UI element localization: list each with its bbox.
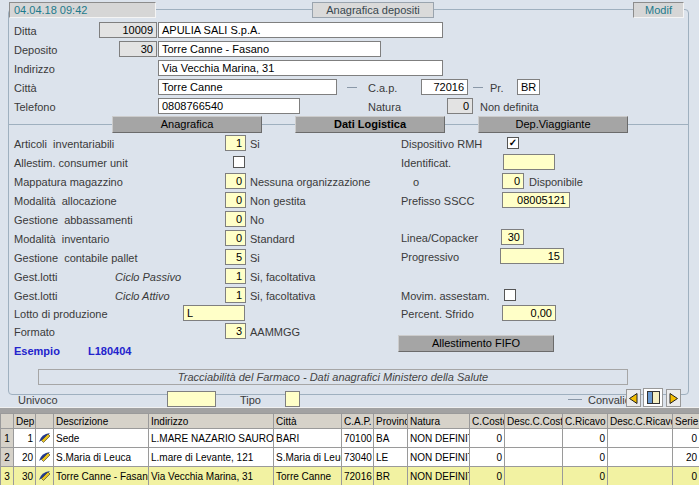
column-header[interactable]: Natura bbox=[408, 414, 470, 429]
table-row[interactable]: 330Torre Canne - FasanoVia Vecchia Marin… bbox=[1, 467, 699, 485]
cell-dep[interactable]: 1 bbox=[14, 429, 36, 448]
gestione-abbassamenti-field[interactable]: 0 bbox=[225, 211, 246, 227]
column-header[interactable] bbox=[36, 414, 54, 429]
natura-label: Natura bbox=[368, 100, 401, 115]
cell-descrizione[interactable]: Sede bbox=[54, 429, 149, 448]
indirizzo-field[interactable]: Via Vecchia Marina, 31 bbox=[158, 60, 443, 76]
column-header[interactable]: Indirizzo bbox=[149, 414, 274, 429]
cell-cap[interactable]: 72016 bbox=[342, 467, 374, 485]
next-record-button[interactable] bbox=[666, 389, 681, 407]
cell-indirizzo[interactable]: L.mare di Levante, 121 bbox=[149, 448, 274, 467]
cell-natura[interactable]: NON DEFINITA bbox=[408, 429, 470, 448]
cell-citta[interactable]: Torre Canne bbox=[274, 467, 342, 485]
modalita-allocazione-field[interactable]: 0 bbox=[225, 192, 246, 208]
cell-desc-c-costo[interactable] bbox=[505, 467, 563, 485]
linea-copacker-field[interactable]: 30 bbox=[501, 229, 524, 245]
cell-desc-c-ricavo[interactable] bbox=[608, 429, 673, 448]
natura-code-field[interactable]: 0 bbox=[447, 98, 473, 114]
cell-serie[interactable]: 0 bbox=[673, 467, 699, 485]
mappatura-magazzino-field[interactable]: 0 bbox=[225, 173, 246, 189]
prefisso-sscc-field[interactable]: 08005121 bbox=[502, 192, 570, 208]
cell-citta[interactable]: BARI bbox=[274, 429, 342, 448]
cell-serie[interactable]: 0 bbox=[673, 429, 699, 448]
modif-button[interactable]: Modif bbox=[633, 2, 684, 18]
progressivo-field[interactable]: 15 bbox=[500, 248, 564, 264]
column-header[interactable]: Desc.C.Costo bbox=[505, 414, 563, 429]
cell-c-costo[interactable]: 0 bbox=[470, 448, 505, 467]
pr-field[interactable]: BR bbox=[517, 79, 540, 95]
univoco-field[interactable] bbox=[167, 391, 216, 407]
column-header[interactable]: Descrizione bbox=[54, 414, 149, 429]
cell-c-ricavo[interactable]: 0 bbox=[563, 448, 608, 467]
cell-desc-c-costo[interactable] bbox=[505, 429, 563, 448]
edit-icon-cell[interactable] bbox=[36, 467, 54, 485]
disponibile-code-field[interactable]: 0 bbox=[502, 173, 524, 189]
column-header[interactable]: Provincia bbox=[374, 414, 408, 429]
consumer-unit-checkbox[interactable] bbox=[233, 156, 245, 168]
dispositivo-rmh-checkbox[interactable]: ✓ bbox=[507, 137, 519, 149]
table-row[interactable]: 11SedeL.MARE NAZARIO SAURO 211BARI70100B… bbox=[1, 429, 699, 448]
cell-natura[interactable]: NON DEFINITA bbox=[408, 448, 470, 467]
cell-desc-c-ricavo[interactable] bbox=[608, 448, 673, 467]
column-header[interactable]: Dep. bbox=[14, 414, 36, 429]
cap-label: C.a.p. bbox=[368, 81, 397, 96]
column-header[interactable]: Desc.C.Ricavo bbox=[608, 414, 673, 429]
cell-provincia[interactable]: BA bbox=[374, 429, 408, 448]
citta-field[interactable]: Torre Canne bbox=[158, 79, 337, 95]
percent-sfrido-field[interactable]: 0,00 bbox=[502, 305, 556, 321]
movim-assestam-checkbox[interactable] bbox=[504, 289, 516, 301]
lotti-ciclo-attivo-field[interactable]: 1 bbox=[225, 287, 246, 303]
tipo-field[interactable] bbox=[285, 391, 300, 407]
modalita-inventario-field[interactable]: 0 bbox=[225, 230, 246, 246]
telefono-field[interactable]: 0808766540 bbox=[158, 98, 300, 114]
row-number[interactable]: 3 bbox=[1, 467, 14, 485]
cell-indirizzo[interactable]: Via Vecchia Marina, 31 bbox=[149, 467, 274, 485]
cell-descrizione[interactable]: S.Maria di Leuca bbox=[54, 448, 149, 467]
cell-provincia[interactable]: BR bbox=[374, 467, 408, 485]
table-row[interactable]: 220S.Maria di LeucaL.mare di Levante, 12… bbox=[1, 448, 699, 467]
deposito-name-field[interactable]: Torre Canne - Fasano bbox=[158, 41, 381, 57]
cell-cap[interactable]: 70100 bbox=[342, 429, 374, 448]
column-header[interactable]: C.Costo bbox=[470, 414, 505, 429]
edit-icon-cell[interactable] bbox=[36, 448, 54, 467]
cell-c-ricavo[interactable]: 0 bbox=[563, 429, 608, 448]
tab-dep-viaggiante[interactable]: Dep.Viaggiante bbox=[478, 116, 628, 133]
formato-field[interactable]: 3 bbox=[225, 323, 246, 339]
deposito-code-field[interactable]: 30 bbox=[119, 41, 157, 57]
identificat-field[interactable] bbox=[503, 154, 555, 170]
lotto-produzione-field[interactable]: L bbox=[183, 305, 245, 321]
articoli-inventariabili-field[interactable]: 1 bbox=[225, 135, 246, 151]
cell-c-costo[interactable]: 0 bbox=[470, 429, 505, 448]
cell-dep[interactable]: 30 bbox=[14, 467, 36, 485]
cell-provincia[interactable]: LE bbox=[374, 448, 408, 467]
row-number[interactable]: 1 bbox=[1, 429, 14, 448]
column-header[interactable]: C.A.P. bbox=[342, 414, 374, 429]
cell-c-ricavo[interactable]: 0 bbox=[563, 467, 608, 485]
tab-dati-logistica[interactable]: Dati Logistica bbox=[295, 116, 445, 133]
column-header[interactable]: C.Ricavo bbox=[563, 414, 608, 429]
cell-descrizione[interactable]: Torre Canne - Fasano bbox=[54, 467, 149, 485]
column-header[interactable]: Serie bbox=[673, 414, 699, 429]
gestione-pallet-field[interactable]: 5 bbox=[225, 249, 246, 265]
cell-c-costo[interactable]: 0 bbox=[470, 467, 505, 485]
column-header[interactable] bbox=[1, 414, 14, 429]
cell-desc-c-costo[interactable] bbox=[505, 448, 563, 467]
cap-field[interactable]: 72016 bbox=[421, 79, 468, 95]
row-number[interactable]: 2 bbox=[1, 448, 14, 467]
allestimento-fifo-button[interactable]: Allestimento FIFO bbox=[398, 335, 554, 352]
cell-serie[interactable]: 20 bbox=[673, 448, 699, 467]
tab-anagrafica[interactable]: Anagrafica bbox=[112, 116, 262, 133]
cell-indirizzo[interactable]: L.MARE NAZARIO SAURO 211 bbox=[149, 429, 274, 448]
cell-cap[interactable]: 73040 bbox=[342, 448, 374, 467]
ditta-code-field[interactable]: 10009 bbox=[99, 22, 157, 38]
lotti-ciclo-passivo-field[interactable]: 1 bbox=[225, 268, 246, 284]
cell-citta[interactable]: S.Maria di Leuca bbox=[274, 448, 342, 467]
cell-dep[interactable]: 20 bbox=[14, 448, 36, 467]
ditta-name-field[interactable]: APULIA SALI S.p.A. bbox=[158, 22, 443, 38]
edit-icon-cell[interactable] bbox=[36, 429, 54, 448]
column-header[interactable]: Città bbox=[274, 414, 342, 429]
cell-natura[interactable]: NON DEFINITA bbox=[408, 467, 470, 485]
prev-record-button[interactable] bbox=[626, 389, 641, 407]
cell-desc-c-ricavo[interactable] bbox=[608, 467, 673, 485]
record-book-button[interactable] bbox=[643, 388, 663, 407]
